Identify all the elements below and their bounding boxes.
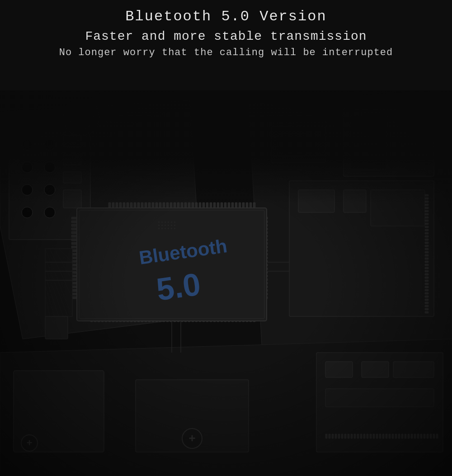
svg-rect-199 <box>425 261 428 263</box>
svg-rect-181 <box>425 204 428 206</box>
svg-rect-159 <box>174 222 175 223</box>
svg-rect-168 <box>165 228 166 229</box>
svg-rect-244 <box>379 434 381 438</box>
bluetooth-subtitle: Faster and more stable transmission <box>0 29 452 43</box>
svg-rect-196 <box>425 251 428 253</box>
svg-point-7 <box>22 162 33 173</box>
svg-rect-246 <box>386 434 387 438</box>
svg-rect-231 <box>338 434 340 438</box>
svg-rect-192 <box>425 239 428 240</box>
svg-rect-184 <box>425 213 428 215</box>
svg-rect-125 <box>159 203 161 208</box>
svg-rect-182 <box>425 207 428 209</box>
svg-rect-188 <box>425 226 428 228</box>
svg-rect-239 <box>363 434 365 438</box>
svg-rect-13 <box>63 136 81 147</box>
svg-rect-177 <box>371 190 425 226</box>
svg-rect-225 <box>393 362 434 377</box>
svg-rect-128 <box>170 203 172 208</box>
svg-rect-212 <box>425 302 428 304</box>
svg-rect-144 <box>228 203 230 208</box>
svg-rect-145 <box>231 203 234 208</box>
svg-rect-115 <box>123 203 125 208</box>
svg-rect-25 <box>71 239 77 241</box>
svg-rect-237 <box>357 434 359 438</box>
svg-rect-143 <box>224 203 226 208</box>
svg-rect-160 <box>158 225 160 226</box>
svg-rect-178 <box>425 194 428 196</box>
svg-rect-205 <box>425 280 428 282</box>
svg-rect-124 <box>155 203 158 208</box>
svg-rect-214 <box>425 308 428 310</box>
svg-rect-14 <box>63 154 81 165</box>
svg-rect-123 <box>152 203 154 208</box>
svg-rect-141 <box>217 203 219 208</box>
svg-point-9 <box>22 184 33 195</box>
svg-rect-129 <box>174 203 176 208</box>
bluetooth-description: No longer worry that the calling will be… <box>0 47 452 58</box>
svg-rect-155 <box>161 222 163 223</box>
svg-rect-230 <box>335 434 337 438</box>
svg-rect-223 <box>325 362 353 377</box>
svg-rect-224 <box>362 362 389 377</box>
svg-rect-19 <box>71 217 77 219</box>
svg-rect-22 <box>71 228 77 230</box>
svg-rect-206 <box>425 283 428 285</box>
svg-rect-255 <box>414 434 416 438</box>
svg-rect-227 <box>325 434 327 438</box>
svg-rect-234 <box>348 434 349 438</box>
svg-rect-147 <box>239 203 241 208</box>
svg-rect-248 <box>392 434 394 438</box>
svg-rect-114 <box>119 203 122 208</box>
svg-rect-126 <box>163 203 165 208</box>
svg-rect-157 <box>168 222 169 223</box>
svg-rect-142 <box>221 203 223 208</box>
svg-rect-262 <box>436 434 438 438</box>
svg-rect-131 <box>181 203 183 208</box>
svg-rect-197 <box>425 254 428 256</box>
svg-rect-27 <box>71 246 77 248</box>
page-container: Bluetooth 5.0 Version Faster and more st… <box>0 0 452 476</box>
svg-rect-213 <box>425 305 428 307</box>
svg-rect-130 <box>177 203 179 208</box>
svg-rect-226 <box>325 389 434 407</box>
svg-point-11 <box>22 207 33 218</box>
svg-rect-132 <box>184 203 187 208</box>
svg-rect-209 <box>425 292 428 294</box>
svg-rect-116 <box>127 203 129 208</box>
svg-rect-135 <box>195 203 198 208</box>
svg-rect-201 <box>425 267 428 269</box>
svg-rect-180 <box>425 201 428 203</box>
svg-rect-194 <box>425 245 428 247</box>
svg-rect-21 <box>71 224 77 226</box>
svg-rect-136 <box>199 203 201 208</box>
svg-rect-170 <box>171 228 172 229</box>
svg-rect-120 <box>141 203 143 208</box>
svg-rect-18 <box>350 115 386 170</box>
svg-rect-252 <box>405 434 406 438</box>
svg-rect-139 <box>210 203 212 208</box>
svg-point-5 <box>22 139 33 150</box>
svg-rect-245 <box>382 434 384 438</box>
svg-rect-253 <box>408 434 410 438</box>
svg-rect-154 <box>158 222 160 223</box>
svg-rect-169 <box>168 228 169 229</box>
svg-rect-202 <box>425 270 428 272</box>
svg-rect-189 <box>425 229 428 231</box>
svg-rect-186 <box>425 220 428 222</box>
svg-point-10 <box>44 184 55 195</box>
svg-rect-151 <box>253 203 255 208</box>
svg-rect-138 <box>206 203 208 208</box>
svg-rect-215 <box>425 311 428 313</box>
svg-rect-113 <box>116 203 118 208</box>
svg-rect-210 <box>425 296 428 297</box>
svg-rect-200 <box>425 264 428 266</box>
svg-rect-236 <box>354 434 356 438</box>
svg-rect-15 <box>63 172 81 183</box>
svg-text:+: + <box>26 438 32 449</box>
svg-rect-167 <box>161 228 163 229</box>
svg-rect-122 <box>148 203 151 208</box>
svg-rect-208 <box>425 289 428 291</box>
svg-rect-164 <box>171 225 172 226</box>
svg-rect-20 <box>71 221 77 223</box>
